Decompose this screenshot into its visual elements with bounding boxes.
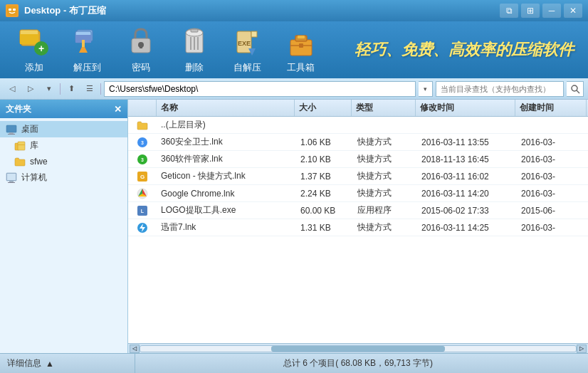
row-name: 迅雷7.lnk [157,219,296,236]
svg-text:3: 3 [141,140,144,145]
toolbar-selfextract[interactable]: EXE 自解压 [228,26,267,74]
toolbar-delete[interactable]: 删除 [174,26,214,74]
tile-btn[interactable]: ⊞ [521,4,540,18]
status-detail-text: 详细信息 [7,357,41,369]
table-row[interactable]: Google Chrome.lnk 2.24 KB 快捷方式 2016-03-1… [128,185,588,202]
search-button[interactable] [567,81,584,97]
svg-rect-30 [298,36,305,38]
svg-rect-40 [18,145,25,145]
scroll-thumb[interactable] [271,346,446,352]
forward-btn[interactable]: ▷ [23,82,38,96]
scroll-right-btn[interactable]: ▷ [577,345,587,353]
sidebar: 文件夹 ✕ 桌面 库 [0,100,128,353]
title-bar: Desktop - 布丁压缩 ⧉ ⊞ ─ ✕ [0,0,588,21]
file-list-body: ..(上层目录) 3 360安全卫士.lnk 1.06 KB 快捷方式 2016… [128,117,588,343]
extract-label: 解压到 [73,61,101,74]
row-created: 2016-03- [517,151,588,167]
scroll-left-btn[interactable]: ◁ [130,345,140,353]
svg-text:EXE: EXE [237,40,250,47]
sfwe-folder-icon [14,156,26,167]
sidebar-item-sfwe[interactable]: sfwe [0,154,127,169]
row-created: 2016-03- [517,134,588,150]
chrome-icon [137,188,148,199]
status-right: 总计 6 个项目( 68.08 KB，69,713 字节) [135,357,581,369]
toolbar-slogan: 轻巧、免费、高效率的压缩软件 [355,39,574,61]
delete-label: 删除 [185,61,204,74]
svg-text:3: 3 [141,157,144,162]
row-icon: G [128,168,157,184]
row-created: 2016-03- [517,219,588,236]
header-type[interactable]: 类型 [352,100,416,116]
scroll-track[interactable] [140,345,577,352]
restore-btn[interactable]: ⧉ [500,4,518,18]
row-size: 1.06 KB [296,134,353,150]
360soft-icon: 3 [137,154,148,165]
status-left: 详细信息 ▲ [7,354,135,373]
delete-icon [178,26,211,58]
toolbar-toolbox[interactable]: 工具箱 [281,26,320,74]
row-size [296,117,353,133]
row-icon [128,185,157,201]
svg-rect-25 [251,31,257,37]
header-name[interactable]: 名称 [157,100,295,116]
table-row[interactable]: 迅雷7.lnk 1.31 KB 快捷方式 2016-03-11 14:25 20… [128,219,588,236]
sidebar-computer-label: 计算机 [21,172,47,184]
header-modified[interactable]: 修改时间 [416,100,515,116]
toolbar-password[interactable]: 密码 [121,26,160,74]
sidebar-item-computer[interactable]: 计算机 [0,169,127,186]
svg-rect-5 [20,34,38,44]
svg-rect-2 [13,9,16,11]
toolbar-extract[interactable]: 解压到 [68,26,107,74]
row-icon: 3 [128,134,157,150]
main-area: 文件夹 ✕ 桌面 库 [0,100,588,353]
row-created [517,117,588,133]
row-size: 2.24 KB [296,185,353,201]
header-size[interactable]: 大小 [295,100,352,116]
toolbox-icon [285,26,317,58]
svg-rect-22 [191,29,198,32]
title-text: Desktop - 布丁压缩 [24,4,106,17]
nav-bar: ◁ ▷ ▾ ⬆ ☰ ▾ [0,78,588,100]
row-type: 快捷方式 [353,134,417,150]
table-row[interactable]: ..(上层目录) [128,117,588,134]
sidebar-desktop-label: 桌面 [21,123,38,135]
up-btn[interactable]: ⬆ [63,82,79,96]
status-expand-btn[interactable]: ▲ [46,359,54,369]
nav-dropdown-btn[interactable]: ▾ [41,82,57,96]
table-row[interactable]: G Geticon - 快捷方式.lnk 1.37 KB 快捷方式 2016-0… [128,168,588,185]
row-name: 360软件管家.lnk [157,151,296,167]
svg-rect-43 [9,181,14,182]
back-btn[interactable]: ◁ [4,82,20,96]
sidebar-items: 桌面 库 sfwe [0,118,127,353]
selfextract-label: 自解压 [233,61,261,74]
sidebar-close-btn[interactable]: ✕ [114,105,122,114]
table-row[interactable]: 3 360安全卫士.lnk 1.06 KB 快捷方式 2016-03-11 13… [128,134,588,151]
horizontal-scrollbar[interactable]: ◁ ▷ [128,343,588,353]
row-created: 2016-03- [517,185,588,201]
row-created: 2016-03- [517,168,588,184]
svg-rect-42 [7,174,16,180]
minimize-btn[interactable]: ─ [542,4,561,18]
row-icon [128,117,157,133]
table-row[interactable]: 3 360软件管家.lnk 2.10 KB 快捷方式 2018-11-13 16… [128,151,588,168]
close-btn[interactable]: ✕ [564,4,582,18]
search-input[interactable] [436,81,564,97]
row-name: Geticon - 快捷方式.lnk [157,168,296,184]
address-input[interactable] [104,81,416,97]
svg-text:+: + [38,43,43,54]
toolbar-add[interactable]: + 添加 [14,26,53,74]
sidebar-item-library[interactable]: 库 [0,137,127,154]
svg-rect-1 [9,9,11,11]
header-created[interactable]: 创建时间 [515,100,587,116]
row-modified: 2016-03-11 14:25 [417,219,517,236]
add-label: 添加 [25,61,43,74]
selfextract-icon: EXE [231,26,264,58]
view-list-btn[interactable]: ☰ [82,82,98,96]
logo-tool-icon: L [137,205,148,216]
sidebar-item-desktop[interactable]: 桌面 [0,121,127,137]
svg-rect-39 [18,142,25,150]
svg-text:G: G [140,174,145,180]
table-row[interactable]: L LOGO提取工具.exe 60.00 KB 应用程序 2015-06-02 … [128,202,588,219]
computer-icon [6,172,17,184]
address-dropdown[interactable]: ▾ [419,81,433,97]
